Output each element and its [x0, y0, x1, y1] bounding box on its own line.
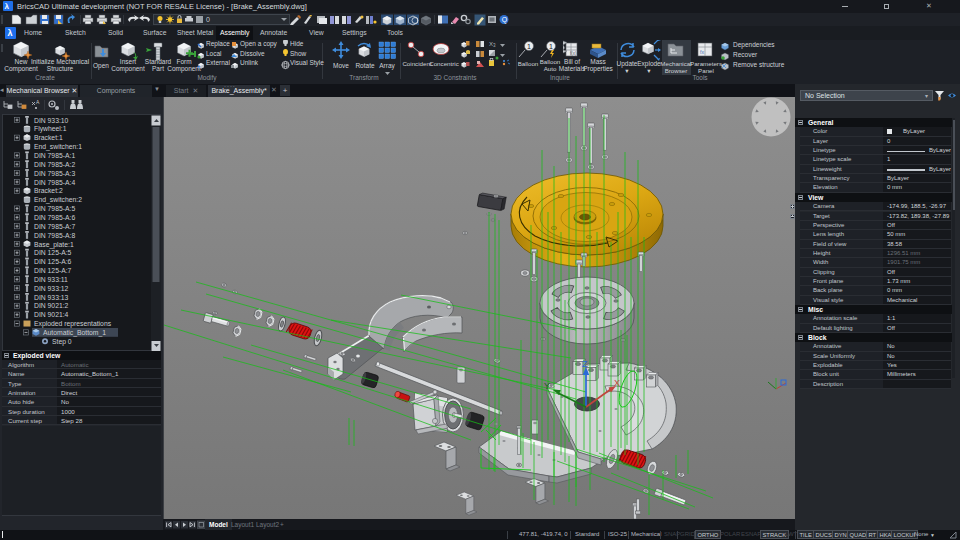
svg-text:DIN 7985-A:8: DIN 7985-A:8 — [34, 232, 75, 239]
svg-text:DIN 933:13: DIN 933:13 — [34, 294, 69, 301]
svg-text:f(x): f(x) — [570, 51, 577, 56]
svg-text:DIN 7985-A:4: DIN 7985-A:4 — [34, 179, 75, 186]
svg-text:DIN 933:10: DIN 933:10 — [34, 117, 69, 124]
svg-text:Bracket:2: Bracket:2 — [34, 187, 63, 194]
svg-text:DIN 7985-A:2: DIN 7985-A:2 — [34, 161, 75, 168]
svg-text:Exploded representations: Exploded representations — [34, 320, 112, 328]
svg-text:DIN 7985-A:1: DIN 7985-A:1 — [34, 152, 75, 159]
svg-text:Flywheel:1: Flywheel:1 — [34, 125, 67, 133]
svg-text:DIN 933:11: DIN 933:11 — [34, 276, 68, 283]
svg-text:DIN 125-A:5: DIN 125-A:5 — [34, 249, 72, 256]
svg-text:1: 1 — [549, 43, 553, 50]
svg-text:X3: X3 — [489, 41, 496, 48]
svg-text:Z: Z — [582, 359, 588, 369]
svg-text:Bracket:1: Bracket:1 — [34, 134, 63, 141]
svg-text:DIN 9021:2: DIN 9021:2 — [34, 302, 69, 309]
svg-text:DIN 7985-A:6: DIN 7985-A:6 — [34, 214, 75, 221]
svg-text:A: A — [36, 99, 40, 105]
svg-text:DIN 933:12: DIN 933:12 — [34, 285, 69, 292]
svg-text:Automatic_Bottom_1: Automatic_Bottom_1 — [43, 329, 106, 337]
svg-text:Y: Y — [544, 381, 550, 391]
svg-text:Base_plate:1: Base_plate:1 — [34, 241, 74, 249]
svg-text:Q: Q — [502, 16, 508, 24]
svg-text:DIN 9021:4: DIN 9021:4 — [34, 311, 69, 318]
svg-text:DIN 7985-A:3: DIN 7985-A:3 — [34, 170, 75, 177]
svg-text:1: 1 — [527, 43, 531, 50]
svg-text:End_switchen:1: End_switchen:1 — [34, 143, 82, 151]
svg-text:DIN 7985-A:7: DIN 7985-A:7 — [34, 223, 75, 230]
svg-text:fx: fx — [700, 49, 704, 55]
svg-text:0: 0 — [206, 16, 210, 23]
svg-text:DIN 7985-A:5: DIN 7985-A:5 — [34, 205, 75, 212]
svg-text:DIN 125-A:7: DIN 125-A:7 — [34, 267, 72, 274]
svg-text:X: X — [614, 378, 620, 388]
svg-text:DIN 125-A:6: DIN 125-A:6 — [34, 258, 72, 265]
svg-text:Step 0: Step 0 — [52, 338, 72, 346]
svg-text:End_switchen:2: End_switchen:2 — [34, 196, 82, 204]
